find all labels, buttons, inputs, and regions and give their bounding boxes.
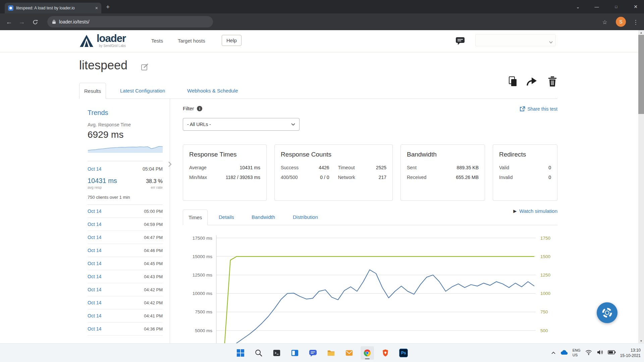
history-item[interactable]: Oct 1404:42 PM xyxy=(88,296,163,309)
svg-text:500: 500 xyxy=(540,328,548,333)
battery-icon[interactable] xyxy=(608,350,616,356)
url-filter-value: - All URLs - xyxy=(187,122,211,127)
stat-value: 655.26 MB xyxy=(456,175,479,180)
wifi-icon[interactable] xyxy=(585,349,592,357)
tab-search-icon[interactable]: ⌄ xyxy=(570,0,586,13)
history-date-link[interactable]: Oct 14 xyxy=(88,274,101,279)
lifesaver-icon xyxy=(601,307,613,318)
history-date-link[interactable]: Oct 14 xyxy=(88,313,101,318)
teams-chat-icon xyxy=(309,349,317,357)
avg-response-value: 6929 ms xyxy=(88,129,163,140)
history-item[interactable]: Oct 1404:46 PM xyxy=(88,244,163,257)
window-minimize-button[interactable]: — xyxy=(588,0,605,13)
scrollbar-thumb[interactable] xyxy=(638,35,644,114)
brave-button[interactable] xyxy=(379,346,392,360)
url-filter-select[interactable]: - All URLs - xyxy=(183,118,300,131)
profile-avatar[interactable]: S xyxy=(616,17,626,27)
back-icon[interactable]: ← xyxy=(5,18,13,26)
history-date-link[interactable]: Oct 14 xyxy=(88,208,101,214)
tab-close-icon[interactable]: × xyxy=(95,6,98,10)
history-date-link[interactable]: Oct 14 xyxy=(88,261,101,266)
history-item[interactable]: Oct 1404:59 PM xyxy=(88,218,163,231)
tab-latest-configuration[interactable]: Latest Configuration xyxy=(120,88,165,94)
window-maximize-button[interactable]: □ xyxy=(608,0,625,13)
tray-chevron-up-icon[interactable] xyxy=(551,350,556,356)
history-date-link[interactable]: Oct 14 xyxy=(88,248,101,253)
info-icon[interactable]: i xyxy=(197,106,202,111)
new-tab-button[interactable]: + xyxy=(106,3,110,11)
history-date-link[interactable]: Oct 14 xyxy=(88,287,101,292)
svg-text:17500 ms: 17500 ms xyxy=(193,236,213,241)
forward-icon[interactable]: → xyxy=(17,18,26,26)
brave-icon xyxy=(381,349,389,357)
help-fab-button[interactable] xyxy=(597,302,618,323)
edit-title-icon[interactable] xyxy=(141,63,149,72)
url-bar[interactable]: loader.io/tests/ xyxy=(47,16,213,27)
history-date-link[interactable]: Oct 14 xyxy=(88,222,101,227)
taskbar-app-console[interactable] xyxy=(270,346,283,360)
history-item[interactable]: Oct 1404:47 PM xyxy=(88,231,163,244)
taskbar-app-teams-chat[interactable] xyxy=(306,346,320,360)
loader-logo[interactable]: loader by SendGrid Labs xyxy=(79,33,126,48)
nav-target-hosts-link[interactable]: Target hosts xyxy=(178,38,205,44)
svg-text:1250: 1250 xyxy=(540,273,550,278)
scroll-up-icon[interactable]: ▲ xyxy=(638,30,644,35)
bookmark-star-icon[interactable]: ☆ xyxy=(600,18,609,26)
file-explorer-button[interactable] xyxy=(324,346,338,360)
stat-label: Valid xyxy=(499,165,509,170)
history-time: 04:42 PM xyxy=(144,300,163,305)
url-text: loader.io/tests/ xyxy=(59,19,89,24)
stat-label: Timeout xyxy=(338,165,355,170)
selected-run-date-link[interactable]: Oct 14 xyxy=(88,166,101,172)
history-item[interactable]: Oct 1405:00 PM xyxy=(88,205,163,218)
selected-test-run[interactable]: Oct 14 05:04 PM 10431 ms 38.3 % avg resp… xyxy=(88,161,163,205)
share-this-test-link[interactable]: Share this test xyxy=(520,106,558,112)
svg-text:1500: 1500 xyxy=(540,254,550,259)
start-button[interactable] xyxy=(234,346,247,360)
window-close-button[interactable]: ✕ xyxy=(627,0,644,13)
tab-results[interactable]: Results xyxy=(79,83,106,99)
page-scrollbar[interactable]: ▲ ▼ xyxy=(638,30,644,343)
history-item[interactable]: Oct 1404:41 PM xyxy=(88,309,163,322)
chart-tab-details[interactable]: Details xyxy=(219,214,234,220)
search-button[interactable] xyxy=(252,346,265,360)
history-item[interactable]: Oct 1404:36 PM xyxy=(88,322,163,336)
browser-tab[interactable]: litespeed: A load test by loader.io × xyxy=(5,3,101,13)
tab-webhooks-schedule[interactable]: Webhooks & Schedule xyxy=(187,88,238,94)
onedrive-cloud-icon[interactable] xyxy=(560,349,568,357)
history-date-link[interactable]: Oct 14 xyxy=(88,235,101,240)
feedback-chat-icon[interactable] xyxy=(455,37,465,47)
history-item[interactable]: Oct 1404:42 PM xyxy=(88,283,163,296)
volume-icon[interactable] xyxy=(597,349,603,357)
taskbar-app-blue-window[interactable] xyxy=(288,346,302,360)
windows-taskbar: Ps ENG US 13:10 xyxy=(0,343,644,362)
history-date-link[interactable]: Oct 14 xyxy=(88,300,101,305)
chevron-down-icon xyxy=(291,123,295,126)
language-indicator[interactable]: ENG US xyxy=(573,348,581,358)
history-date-link[interactable]: Oct 14 xyxy=(88,326,101,331)
taskbar-app-mail[interactable] xyxy=(342,346,356,360)
chart-tab-times[interactable]: Times xyxy=(183,209,208,225)
reload-icon[interactable] xyxy=(31,18,40,26)
photoshop-icon: Ps xyxy=(399,349,408,357)
history-item[interactable]: Oct 1404:45 PM xyxy=(88,257,163,270)
account-dropdown[interactable] xyxy=(475,34,556,46)
chrome-button[interactable] xyxy=(361,346,374,360)
photoshop-button[interactable]: Ps xyxy=(397,346,410,360)
nav-tests-link[interactable]: Tests xyxy=(151,38,163,44)
scroll-down-icon[interactable]: ▼ xyxy=(638,339,644,343)
blue-window-icon xyxy=(291,349,299,357)
taskbar-clock[interactable]: 13:10 15-10-2021 xyxy=(620,348,641,358)
history-item[interactable]: Oct 1404:43 PM xyxy=(88,270,163,283)
watch-simulation-link[interactable]: ▶ Watch simulation xyxy=(513,208,557,214)
svg-text:10000 ms: 10000 ms xyxy=(193,291,213,296)
chart-tab-distribution[interactable]: Distribution xyxy=(293,214,318,220)
chart-tabs: Times Details Bandwidth Distribution xyxy=(183,209,557,225)
stat-value: 0 / 0 xyxy=(320,175,329,180)
nav-help-button[interactable]: Help xyxy=(222,35,241,46)
web-page: loader by SendGrid Labs Tests Target hos… xyxy=(0,30,644,362)
browser-menu-icon[interactable]: ⋮ xyxy=(631,18,640,26)
selected-run-time: 05:04 PM xyxy=(143,166,163,172)
chart-tab-bandwidth[interactable]: Bandwidth xyxy=(252,214,275,220)
response-counts-card: Response Counts Success4426Timeout252540… xyxy=(274,144,393,201)
